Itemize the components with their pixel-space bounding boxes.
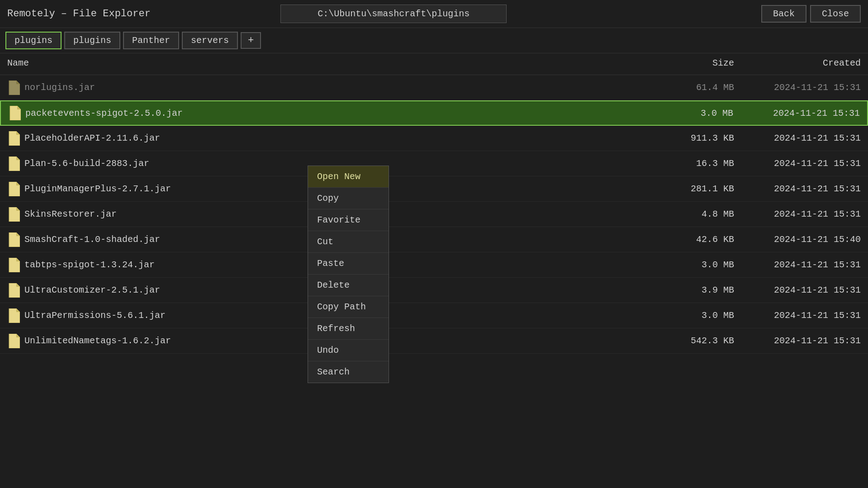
file-icon <box>7 156 20 171</box>
file-date: 2024-11-21 15:31 <box>733 108 860 118</box>
col-header-size: Size <box>644 58 734 70</box>
col-header-created: Created <box>734 58 861 70</box>
context-menu-item-paste[interactable]: Paste <box>308 253 389 275</box>
context-menu-item-cut[interactable]: Cut <box>308 231 389 253</box>
tab-servers-3[interactable]: servers <box>182 32 238 49</box>
back-button[interactable]: Back <box>761 5 806 23</box>
file-name-cell: norlugins.jar <box>7 81 644 95</box>
table-row[interactable]: packetevents-spigot-2.5.0.jar3.0 MB2024-… <box>0 100 868 126</box>
file-name: PluginManagerPlus-2.7.1.jar <box>24 184 171 194</box>
file-size: 3.0 MB <box>644 260 734 270</box>
file-name: packetevents-spigot-2.5.0.jar <box>25 108 183 118</box>
context-menu-item-copy[interactable]: Copy <box>308 188 389 209</box>
file-name: UltraPermissions-5.6.1.jar <box>24 310 166 321</box>
file-date: 2024-11-21 15:40 <box>734 234 861 245</box>
file-date: 2024-11-21 15:31 <box>734 285 861 295</box>
file-icon <box>7 334 20 348</box>
file-icon <box>7 207 20 222</box>
tab-plugins-1[interactable]: plugins <box>64 32 120 49</box>
file-name: UnlimitedNametags-1.6.2.jar <box>24 336 171 346</box>
file-size: 3.9 MB <box>644 285 734 295</box>
table-row[interactable]: UltraCustomizer-2.5.1.jar3.9 MB2024-11-2… <box>0 278 868 303</box>
file-name: SmashCraft-1.0-shaded.jar <box>24 234 160 245</box>
file-date: 2024-11-21 15:31 <box>734 158 861 169</box>
file-list: norlugins.jar61.4 MB2024-11-21 15:31 pac… <box>0 75 868 488</box>
column-headers: Name Size Created <box>0 53 868 75</box>
table-row[interactable]: SkinsRestorer.jar4.8 MB2024-11-21 15:31 <box>0 202 868 227</box>
file-name-cell: packetevents-spigot-2.5.0.jar <box>8 106 643 120</box>
file-date: 2024-11-21 15:31 <box>734 310 861 321</box>
file-name: UltraCustomizer-2.5.1.jar <box>24 285 160 295</box>
table-row[interactable]: SmashCraft-1.0-shaded.jar42.6 KB2024-11-… <box>0 227 868 252</box>
tab-plugins-0[interactable]: plugins <box>5 32 62 49</box>
table-row[interactable]: UnlimitedNametags-1.6.2.jar542.3 KB2024-… <box>0 328 868 354</box>
tab-add-button[interactable]: + <box>241 32 261 49</box>
col-header-name: Name <box>7 58 644 70</box>
context-menu-item-delete[interactable]: Delete <box>308 275 389 296</box>
file-size: 42.6 KB <box>644 234 734 245</box>
file-size: 16.3 MB <box>644 158 734 169</box>
close-button[interactable]: Close <box>810 5 861 23</box>
file-icon <box>7 81 20 95</box>
file-icon <box>8 106 21 120</box>
file-name-cell: PlaceholderAPI-2.11.6.jar <box>7 131 644 146</box>
context-menu-item-search[interactable]: Search <box>308 361 389 383</box>
context-menu-item-refresh[interactable]: Refresh <box>308 318 389 340</box>
context-menu: Open NewCopyFavoriteCutPasteDeleteCopy P… <box>308 166 389 383</box>
file-size: 3.0 MB <box>644 310 734 321</box>
file-icon <box>7 131 20 146</box>
file-name: norlugins.jar <box>24 82 95 93</box>
file-size: 3.0 MB <box>643 108 733 118</box>
file-date: 2024-11-21 15:31 <box>734 260 861 270</box>
title-bar: Remotely – File Explorer Back Close <box>0 0 868 28</box>
file-size: 4.8 MB <box>644 209 734 219</box>
context-menu-item-favorite[interactable]: Favorite <box>308 209 389 231</box>
table-row[interactable]: PluginManagerPlus-2.7.1.jar281.1 KB2024-… <box>0 176 868 202</box>
tab-Panther-2[interactable]: Panther <box>123 32 179 49</box>
file-size: 542.3 KB <box>644 336 734 346</box>
path-input[interactable] <box>280 5 507 23</box>
table-row[interactable]: PlaceholderAPI-2.11.6.jar911.3 KB2024-11… <box>0 126 868 151</box>
app-window: Remotely – File Explorer Back Close plug… <box>0 0 868 488</box>
context-menu-item-open-new[interactable]: Open New <box>308 166 389 188</box>
app-title: Remotely – File Explorer <box>7 8 151 19</box>
file-name: tabtps-spigot-1.3.24.jar <box>24 260 155 270</box>
file-icon <box>7 283 20 298</box>
table-row[interactable]: norlugins.jar61.4 MB2024-11-21 15:31 <box>0 75 868 100</box>
table-row[interactable]: Plan-5.6-build-2883.jar16.3 MB2024-11-21… <box>0 151 868 176</box>
table-row[interactable]: UltraPermissions-5.6.1.jar3.0 MB2024-11-… <box>0 303 868 328</box>
file-date: 2024-11-21 15:31 <box>734 209 861 219</box>
file-name: Plan-5.6-build-2883.jar <box>24 158 149 169</box>
file-name: PlaceholderAPI-2.11.6.jar <box>24 133 160 143</box>
title-buttons: Back Close <box>761 5 861 23</box>
file-icon <box>7 232 20 247</box>
file-date: 2024-11-21 15:31 <box>734 336 861 346</box>
file-size: 281.1 KB <box>644 184 734 194</box>
file-size: 911.3 KB <box>644 133 734 143</box>
file-name: SkinsRestorer.jar <box>24 209 117 219</box>
file-icon <box>7 308 20 323</box>
context-menu-item-undo[interactable]: Undo <box>308 340 389 361</box>
table-row[interactable]: tabtps-spigot-1.3.24.jar3.0 MB2024-11-21… <box>0 252 868 278</box>
file-icon <box>7 258 20 272</box>
file-date: 2024-11-21 15:31 <box>734 82 861 93</box>
file-date: 2024-11-21 15:31 <box>734 133 861 143</box>
file-date: 2024-11-21 15:31 <box>734 184 861 194</box>
file-size: 61.4 MB <box>644 82 734 93</box>
context-menu-item-copy-path[interactable]: Copy Path <box>308 296 389 318</box>
file-icon <box>7 182 20 196</box>
tabs-bar: pluginspluginsPantherservers+ <box>0 28 868 53</box>
